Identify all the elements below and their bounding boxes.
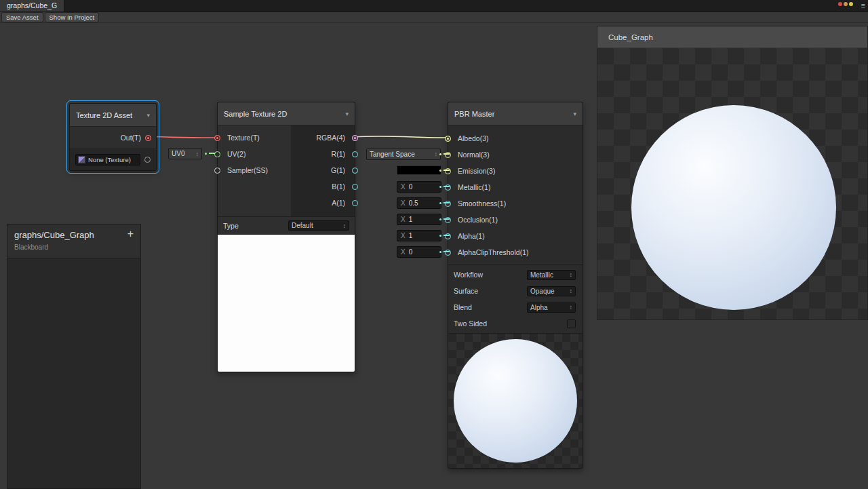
port-label: Alpha(1) [458, 232, 485, 240]
add-property-button[interactable]: + [127, 229, 134, 239]
output-ports: RGBA(4) R(1) G(1) B(1) A(1) [291, 130, 355, 211]
node-sample-texture-header[interactable]: Sample Texture 2D ▾ [218, 102, 355, 125]
setting-row-blend: Blend Alpha ↕ [448, 299, 583, 315]
smoothness-default-field[interactable]: X 0.5 [397, 197, 441, 209]
texture-object-field[interactable]: None (Texture) [75, 154, 140, 165]
show-in-project-button[interactable]: Show In Project [45, 12, 100, 22]
smoothness-connector [439, 202, 450, 204]
occlusion-connector [439, 218, 450, 220]
port-row-a: A(1) [291, 195, 355, 211]
wire-texture-out-to-sample[interactable] [148, 136, 216, 138]
window-status-dots [838, 2, 853, 6]
node-title: Sample Texture 2D [224, 110, 287, 118]
emission-color-swatch[interactable] [397, 165, 441, 175]
updown-arrow-icon: ↕ [196, 151, 199, 157]
alphaclip-value: 0 [409, 248, 413, 256]
occlusion-value: 1 [409, 216, 413, 223]
node-texture-2d-asset-header[interactable]: Texture 2D Asset ▾ [70, 104, 156, 127]
chevron-down-icon[interactable]: ▾ [573, 111, 576, 117]
port-rgba-output[interactable] [352, 135, 358, 141]
tab-bar: graphs/Cube_G ≡ [0, 0, 868, 12]
port-uv-input[interactable] [214, 151, 220, 157]
uv-channel-dropdown[interactable]: UV0 ↕ [168, 148, 202, 159]
node-sample-texture-2d[interactable]: Sample Texture 2D ▾ Texture(T) UV(2) Sam… [217, 102, 355, 372]
x-prefix: X [401, 232, 406, 239]
chevron-down-icon[interactable]: ▾ [345, 111, 349, 117]
master-preview-sphere [631, 105, 836, 310]
port-label: B(1) [332, 182, 345, 191]
graph-toolbar: Save Asset Show In Project [0, 12, 868, 23]
type-dropdown-value: Default [292, 222, 313, 229]
emission-connector [439, 170, 450, 172]
metallic-connector [439, 186, 450, 188]
pbr-settings: Workflow Metallic ↕ Surface Opaque ↕ Ble… [448, 265, 583, 333]
port-row-sampler: Sampler(SS) [218, 162, 291, 178]
port-row-alphaclip: AlphaClipThreshold(1) [448, 244, 583, 260]
setting-row-workflow: Workflow Metallic ↕ [448, 267, 583, 283]
port-label: R(1) [332, 150, 345, 158]
blend-dropdown[interactable]: Alpha ↕ [527, 302, 576, 313]
node-pbr-master-header[interactable]: PBR Master ▾ [448, 102, 583, 125]
port-label: UV(2) [227, 150, 245, 158]
object-picker-icon[interactable] [144, 157, 151, 163]
port-row-g: G(1) [291, 162, 355, 178]
x-prefix: X [401, 183, 406, 191]
alpha-default-field[interactable]: X 1 [397, 230, 441, 241]
chevron-down-icon[interactable]: ▾ [146, 112, 150, 119]
uv-channel-value: UV0 [172, 150, 184, 157]
orange-dot-icon [844, 2, 848, 6]
type-dropdown[interactable]: Default ↕ [288, 220, 349, 231]
setting-label: Two Sided [454, 319, 487, 328]
normal-space-dropdown[interactable]: Tangent Space ↕ [366, 149, 441, 160]
metallic-default-field[interactable]: X 0 [397, 181, 441, 193]
port-label: Emission(3) [458, 167, 495, 175]
surface-value: Opaque [530, 288, 555, 295]
master-preview-header[interactable]: Cube_Graph [597, 26, 867, 48]
yellow-dot-icon [849, 2, 853, 6]
normal-connector [439, 153, 450, 155]
port-albedo[interactable] [445, 136, 451, 142]
surface-dropdown[interactable]: Opaque ↕ [527, 286, 576, 296]
node-texture-2d-asset[interactable]: Texture 2D Asset ▾ Out(T) None (Texture) [69, 103, 157, 171]
occlusion-default-field[interactable]: X 1 [397, 214, 441, 225]
uv-connector [205, 153, 215, 155]
two-sided-checkbox[interactable] [567, 319, 576, 328]
save-asset-button[interactable]: Save Asset [1, 12, 43, 22]
setting-row-two-sided: Two Sided [448, 315, 583, 332]
setting-label: Blend [454, 303, 472, 311]
tab-graphs-cube[interactable]: graphs/Cube_G [0, 0, 64, 12]
master-preview-viewport[interactable] [597, 48, 867, 319]
pbr-preview-sphere [454, 339, 577, 463]
port-out-texture[interactable] [145, 135, 151, 141]
pbr-preview-viewport[interactable] [448, 333, 583, 468]
texture-object-value: None (Texture) [88, 156, 131, 163]
updown-arrow-icon: ↕ [435, 151, 438, 157]
node-pbr-master[interactable]: PBR Master ▾ Albedo(3) Normal(3) Emissio… [448, 102, 583, 469]
port-texture-input[interactable] [214, 135, 220, 141]
port-g-output[interactable] [352, 168, 358, 174]
port-r-output[interactable] [352, 151, 358, 157]
workflow-dropdown[interactable]: Metallic ↕ [527, 270, 576, 280]
workflow-value: Metallic [530, 271, 553, 279]
master-preview-panel[interactable]: Cube_Graph [597, 26, 868, 320]
port-row-normal: Normal(3) [448, 146, 583, 163]
port-sampler-input[interactable] [214, 168, 220, 174]
alphaclip-default-field[interactable]: X 0 [397, 246, 441, 258]
port-label: AlphaClipThreshold(1) [458, 248, 528, 256]
texture-field-row: None (Texture) [70, 149, 156, 170]
window-menu-icon[interactable]: ≡ [861, 1, 865, 10]
red-dot-icon [838, 2, 842, 6]
node-title: Texture 2D Asset [76, 111, 132, 119]
blackboard-panel[interactable]: graphs/Cube_Graph Blackboard + [7, 224, 141, 489]
blackboard-header[interactable]: graphs/Cube_Graph Blackboard + [7, 224, 140, 258]
metallic-value: 0 [409, 183, 413, 191]
master-preview-title: Cube_Graph [608, 33, 653, 41]
wire-rgba-to-albedo[interactable] [355, 136, 446, 138]
updown-arrow-icon: ↕ [570, 288, 573, 294]
port-a-output[interactable] [352, 200, 358, 206]
pbr-input-ports: Albedo(3) Normal(3) Emission(3) Metallic… [448, 125, 583, 265]
port-label: Occlusion(1) [458, 216, 498, 224]
setting-label: Surface [454, 287, 478, 295]
out-port-row: Out(T) [70, 127, 156, 149]
port-b-output[interactable] [352, 184, 358, 190]
